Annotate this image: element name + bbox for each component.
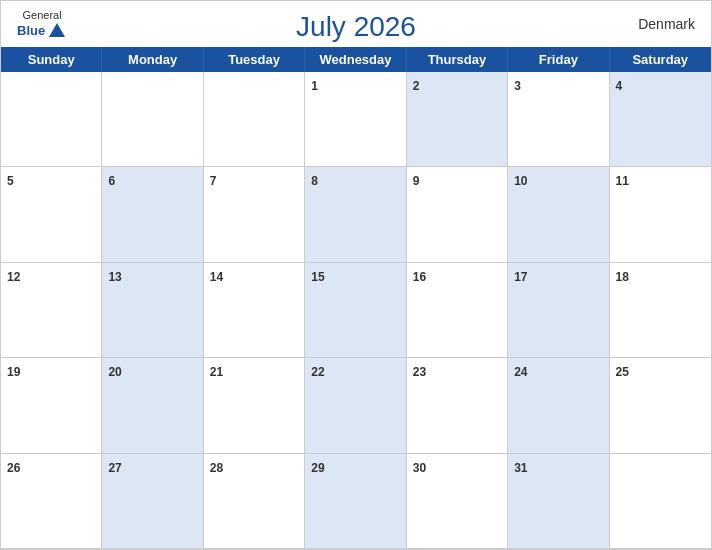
day-number: 10 — [514, 174, 527, 188]
day-cell: 13 — [102, 263, 203, 358]
day-number: 27 — [108, 461, 121, 475]
day-cell: 31 — [508, 454, 609, 549]
calendar-title: July 2026 — [296, 11, 416, 43]
day-number: 22 — [311, 365, 324, 379]
day-cell: 12 — [1, 263, 102, 358]
day-number: 26 — [7, 461, 20, 475]
day-cell: 19 — [1, 358, 102, 453]
day-number: 18 — [616, 270, 629, 284]
day-header-monday: Monday — [102, 47, 203, 72]
day-number: 12 — [7, 270, 20, 284]
calendar: General Blue July 2026 Denmark Sunday Mo… — [0, 0, 712, 550]
day-number: 23 — [413, 365, 426, 379]
day-header-friday: Friday — [508, 47, 609, 72]
day-cell: 28 — [204, 454, 305, 549]
day-number: 21 — [210, 365, 223, 379]
day-number: 4 — [616, 79, 623, 93]
day-cell: 6 — [102, 167, 203, 262]
day-cell: 25 — [610, 358, 711, 453]
day-cell: 14 — [204, 263, 305, 358]
day-header-saturday: Saturday — [610, 47, 711, 72]
day-cell: 23 — [407, 358, 508, 453]
day-number: 15 — [311, 270, 324, 284]
day-number: 9 — [413, 174, 420, 188]
day-cell: 21 — [204, 358, 305, 453]
day-number: 6 — [108, 174, 115, 188]
day-cell: 22 — [305, 358, 406, 453]
day-cell: 8 — [305, 167, 406, 262]
day-cell: 24 — [508, 358, 609, 453]
calendar-header: General Blue July 2026 Denmark — [1, 1, 711, 47]
day-cell — [102, 72, 203, 167]
day-header-wednesday: Wednesday — [305, 47, 406, 72]
day-cell: 1 — [305, 72, 406, 167]
day-number: 16 — [413, 270, 426, 284]
day-number: 25 — [616, 365, 629, 379]
day-number: 8 — [311, 174, 318, 188]
day-number: 20 — [108, 365, 121, 379]
logo-icon — [47, 21, 67, 41]
day-number: 13 — [108, 270, 121, 284]
country-label: Denmark — [638, 16, 695, 32]
day-number: 11 — [616, 174, 629, 188]
day-cell: 16 — [407, 263, 508, 358]
day-number: 2 — [413, 79, 420, 93]
day-number: 17 — [514, 270, 527, 284]
day-number: 24 — [514, 365, 527, 379]
day-number: 5 — [7, 174, 14, 188]
day-number: 19 — [7, 365, 20, 379]
svg-marker-0 — [49, 23, 65, 37]
day-header-sunday: Sunday — [1, 47, 102, 72]
day-cell — [1, 72, 102, 167]
day-cell: 15 — [305, 263, 406, 358]
day-number: 14 — [210, 270, 223, 284]
days-of-week-header: Sunday Monday Tuesday Wednesday Thursday… — [1, 47, 711, 72]
day-number: 28 — [210, 461, 223, 475]
day-number: 29 — [311, 461, 324, 475]
day-header-thursday: Thursday — [407, 47, 508, 72]
day-cell: 10 — [508, 167, 609, 262]
day-number: 1 — [311, 79, 318, 93]
day-cell — [204, 72, 305, 167]
day-cell: 29 — [305, 454, 406, 549]
day-number: 7 — [210, 174, 217, 188]
day-cell: 30 — [407, 454, 508, 549]
day-cell: 9 — [407, 167, 508, 262]
day-cell: 17 — [508, 263, 609, 358]
day-cell: 20 — [102, 358, 203, 453]
calendar-grid: 1234567891011121314151617181920212223242… — [1, 72, 711, 549]
day-header-tuesday: Tuesday — [204, 47, 305, 72]
day-cell: 11 — [610, 167, 711, 262]
day-cell: 27 — [102, 454, 203, 549]
day-cell: 4 — [610, 72, 711, 167]
day-cell: 3 — [508, 72, 609, 167]
logo-general-text: General — [23, 9, 62, 21]
day-cell: 26 — [1, 454, 102, 549]
day-number: 3 — [514, 79, 521, 93]
day-number: 30 — [413, 461, 426, 475]
day-cell: 5 — [1, 167, 102, 262]
day-cell: 18 — [610, 263, 711, 358]
logo-blue-text: Blue — [17, 24, 45, 38]
day-cell — [610, 454, 711, 549]
day-cell: 7 — [204, 167, 305, 262]
day-cell: 2 — [407, 72, 508, 167]
logo: General Blue — [17, 9, 67, 41]
day-number: 31 — [514, 461, 527, 475]
